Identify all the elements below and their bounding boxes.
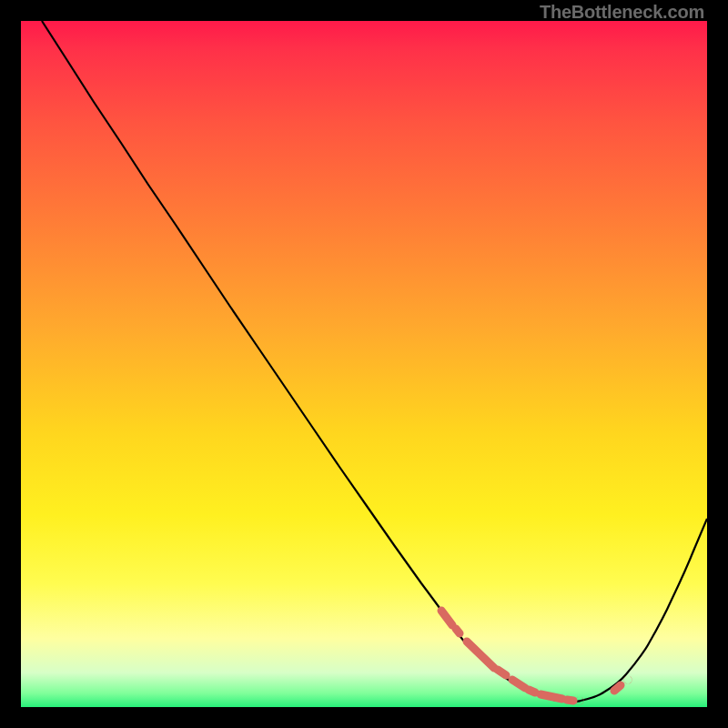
bottleneck-curve xyxy=(42,21,707,702)
plot-area xyxy=(21,21,707,707)
highlight-dash xyxy=(498,670,506,675)
curve-overlay xyxy=(21,21,707,707)
highlight-dash xyxy=(541,694,562,699)
highlight-dash xyxy=(529,690,535,693)
highlight-dash xyxy=(441,611,452,625)
highlight-dash xyxy=(614,685,621,691)
attribution-text: TheBottleneck.com xyxy=(540,2,704,23)
highlight-dash xyxy=(567,700,573,701)
highlight-dash xyxy=(512,680,525,688)
highlight-dash xyxy=(456,629,460,633)
highlight-dash xyxy=(467,642,494,668)
highlight-dashes xyxy=(441,611,628,701)
